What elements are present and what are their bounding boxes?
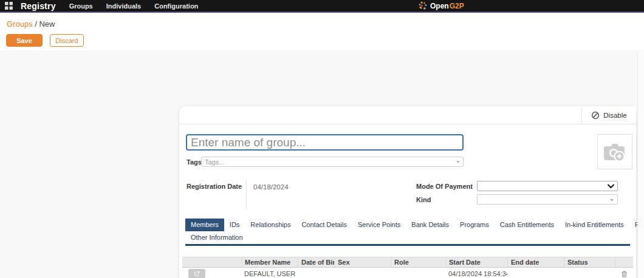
tab-bank-details[interactable]: Bank Details — [406, 219, 454, 231]
cell-start-date: 04/18/2024 18:54:34 — [445, 270, 507, 277]
delete-row-button[interactable] — [621, 270, 628, 278]
logo-text-g2p: G2P — [450, 2, 464, 10]
logo-text-open: Open — [430, 2, 449, 10]
col-delete — [615, 257, 633, 267]
col-date-of-birth[interactable]: Date of Birth — [298, 257, 334, 267]
disable-button[interactable]: Disable — [581, 106, 636, 124]
tab-cash-entitlements[interactable]: Cash Entitlements — [495, 219, 560, 231]
kind-caret-icon — [610, 199, 614, 202]
tab-members[interactable]: Members — [185, 219, 224, 231]
col-sex[interactable]: Sex — [334, 257, 391, 267]
apps-grid-icon[interactable] — [5, 2, 13, 10]
tab-programs[interactable]: Programs — [454, 219, 495, 231]
breadcrumb-groups-link[interactable]: Groups — [7, 19, 33, 29]
content-area: Disable Tags: Registration Date 04/18/20… — [0, 50, 644, 278]
col-end-date[interactable]: End date — [507, 257, 564, 267]
breadcrumb-separator: / — [33, 19, 39, 29]
group-name-input[interactable] — [186, 134, 464, 151]
tab-relationships[interactable]: Relationships — [245, 219, 296, 231]
registration-date-label: Registration Date — [187, 183, 242, 190]
breadcrumb-current: New — [39, 19, 55, 29]
member-row-1[interactable]: DEFAULT, USER 04/18/2024 18:54:34 — [182, 268, 633, 278]
registration-date-value[interactable]: 04/18/2024 — [253, 183, 289, 191]
discard-button[interactable]: Discard — [50, 34, 84, 47]
tab-service-points[interactable]: Service Points — [352, 219, 406, 231]
field-divider — [246, 180, 247, 209]
form-statusbar: Disable — [179, 106, 636, 124]
disable-icon — [591, 111, 600, 120]
vertical-scrollbar[interactable] — [637, 50, 644, 278]
members-table: Member Name Date of Birth Sex Role Start… — [182, 257, 633, 278]
tab-row-2: Other Information — [185, 231, 630, 244]
tab-contact-details[interactable]: Contact Details — [296, 219, 352, 231]
col-start-date[interactable]: Start Date — [445, 257, 507, 267]
notebook-tabbar: Members IDs Relationships Contact Detail… — [185, 219, 630, 246]
nav-item-individuals[interactable]: Individuals — [106, 2, 141, 10]
nav-item-configuration[interactable]: Configuration — [154, 2, 198, 10]
camera-plus-icon — [602, 141, 628, 162]
app-name[interactable]: Registry — [21, 1, 56, 11]
kind-label: Kind — [416, 196, 431, 203]
cell-member-name: DEFAULT, USER — [241, 270, 298, 277]
disable-label: Disable — [603, 112, 626, 119]
tags-input[interactable] — [201, 157, 464, 167]
members-table-header: Member Name Date of Birth Sex Role Start… — [182, 257, 633, 268]
mode-of-payment-label: Mode Of Payment — [416, 183, 473, 190]
kind-select[interactable] — [477, 194, 618, 205]
group-form-card: Disable Tags: Registration Date 04/18/20… — [179, 106, 636, 278]
tab-row-1: Members IDs Relationships Contact Detail… — [185, 219, 630, 231]
save-button[interactable]: Save — [6, 34, 43, 47]
chevron-down-icon — [608, 184, 614, 189]
tab-inkind-entitlements[interactable]: In-kind Entitlements — [560, 219, 629, 231]
external-link-icon — [194, 271, 200, 277]
tags-caret-icon — [456, 161, 460, 163]
breadcrumb: Groups / New — [7, 19, 55, 29]
col-member-name[interactable]: Member Name — [241, 257, 298, 267]
openg2p-logo: Open G2P — [418, 0, 464, 12]
col-open — [182, 257, 241, 267]
col-status[interactable]: Status — [564, 257, 615, 267]
tab-other-information[interactable]: Other Information — [185, 231, 248, 244]
control-panel: Groups / New Save Discard — [0, 13, 644, 50]
nav-item-groups[interactable]: Groups — [69, 2, 93, 10]
open-record-button[interactable] — [188, 269, 205, 278]
group-image-upload[interactable] — [597, 134, 632, 169]
mode-of-payment-select[interactable] — [477, 181, 618, 191]
col-role[interactable]: Role — [391, 257, 445, 267]
tab-ids[interactable]: IDs — [224, 219, 245, 231]
openg2p-logo-icon — [418, 1, 428, 11]
trash-icon — [622, 271, 627, 277]
top-navbar: Registry Groups Individuals Configuratio… — [0, 0, 644, 13]
